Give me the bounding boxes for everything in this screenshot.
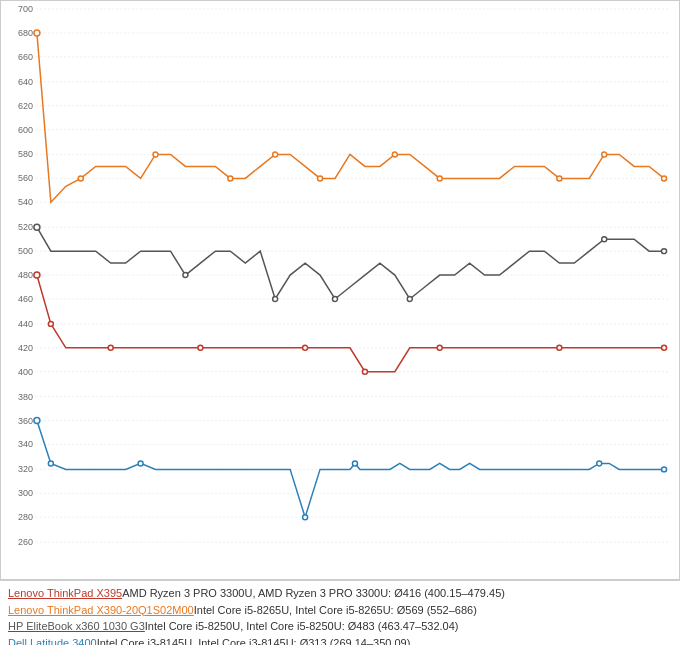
chart-svg: 700 680 660 640 620 600 580 560 540 <box>1 1 679 579</box>
svg-point-71 <box>437 345 442 350</box>
svg-point-75 <box>48 461 53 466</box>
svg-text:520: 520 <box>18 222 33 232</box>
svg-point-50 <box>228 176 233 181</box>
svg-point-76 <box>138 461 143 466</box>
svg-text:440: 440 <box>18 319 33 329</box>
svg-point-73 <box>662 345 667 350</box>
svg-point-52 <box>318 176 323 181</box>
svg-text:360: 360 <box>18 416 33 426</box>
legend-detail-4: Intel Core i3-8145U, Intel Core i3-8145U… <box>97 635 411 646</box>
svg-text:320: 320 <box>18 464 33 474</box>
svg-point-66 <box>48 321 53 326</box>
legend-detail-3: Intel Core i5-8250U, Intel Core i5-8250U… <box>145 618 459 635</box>
svg-text:560: 560 <box>18 173 33 183</box>
svg-rect-0 <box>1 1 679 579</box>
svg-text:480: 480 <box>18 270 33 280</box>
svg-point-54 <box>437 176 442 181</box>
legend-row-1: Lenovo ThinkPad X395 AMD Ryzen 3 PRO 330… <box>8 585 672 602</box>
svg-point-78 <box>352 461 357 466</box>
legend-link-1[interactable]: Lenovo ThinkPad X395 <box>8 585 122 602</box>
svg-point-57 <box>662 176 667 181</box>
svg-text:640: 640 <box>18 77 33 87</box>
legend-row-3: HP EliteBook x360 1030 G3 Intel Core i5-… <box>8 618 672 635</box>
svg-text:400: 400 <box>18 367 33 377</box>
svg-point-65 <box>34 272 40 278</box>
svg-point-70 <box>362 369 367 374</box>
svg-point-59 <box>183 273 188 278</box>
svg-text:700: 700 <box>18 4 33 14</box>
svg-point-61 <box>333 296 338 301</box>
svg-point-51 <box>273 152 278 157</box>
legend-row-4: Dell Latitude 3400 Intel Core i3-8145U, … <box>8 635 672 646</box>
svg-text:540: 540 <box>18 197 33 207</box>
legend-detail-2: Intel Core i5-8265U, Intel Core i5-8265U… <box>194 602 477 619</box>
legend-link-2[interactable]: Lenovo ThinkPad X390-20Q1S02M00 <box>8 602 194 619</box>
svg-text:580: 580 <box>18 149 33 159</box>
svg-point-72 <box>557 345 562 350</box>
svg-point-58 <box>34 224 40 230</box>
svg-point-77 <box>303 515 308 520</box>
svg-text:680: 680 <box>18 28 33 38</box>
svg-text:600: 600 <box>18 125 33 135</box>
svg-point-47 <box>34 30 40 36</box>
svg-point-63 <box>602 237 607 242</box>
svg-point-80 <box>662 467 667 472</box>
svg-point-69 <box>303 345 308 350</box>
legend-area: Lenovo ThinkPad X395 AMD Ryzen 3 PRO 330… <box>0 580 680 645</box>
svg-point-56 <box>602 152 607 157</box>
legend-row-2: Lenovo ThinkPad X390-20Q1S02M00 Intel Co… <box>8 602 672 619</box>
svg-point-55 <box>557 176 562 181</box>
svg-point-74 <box>34 418 40 424</box>
svg-text:620: 620 <box>18 101 33 111</box>
svg-text:460: 460 <box>18 294 33 304</box>
svg-point-64 <box>662 249 667 254</box>
svg-point-49 <box>153 152 158 157</box>
svg-point-68 <box>198 345 203 350</box>
svg-text:340: 340 <box>18 439 33 449</box>
legend-link-3[interactable]: HP EliteBook x360 1030 G3 <box>8 618 145 635</box>
svg-point-62 <box>407 296 412 301</box>
svg-point-48 <box>78 176 83 181</box>
svg-text:260: 260 <box>18 537 33 547</box>
svg-point-79 <box>597 461 602 466</box>
svg-text:380: 380 <box>18 392 33 402</box>
svg-point-53 <box>392 152 397 157</box>
svg-text:300: 300 <box>18 488 33 498</box>
svg-text:420: 420 <box>18 343 33 353</box>
svg-text:280: 280 <box>18 512 33 522</box>
legend-detail-1: AMD Ryzen 3 PRO 3300U, AMD Ryzen 3 PRO 3… <box>122 585 505 602</box>
svg-text:500: 500 <box>18 246 33 256</box>
legend-link-4[interactable]: Dell Latitude 3400 <box>8 635 97 646</box>
svg-text:660: 660 <box>18 52 33 62</box>
svg-point-60 <box>273 296 278 301</box>
svg-point-67 <box>108 345 113 350</box>
price-chart: 700 680 660 640 620 600 580 560 540 <box>0 0 680 580</box>
